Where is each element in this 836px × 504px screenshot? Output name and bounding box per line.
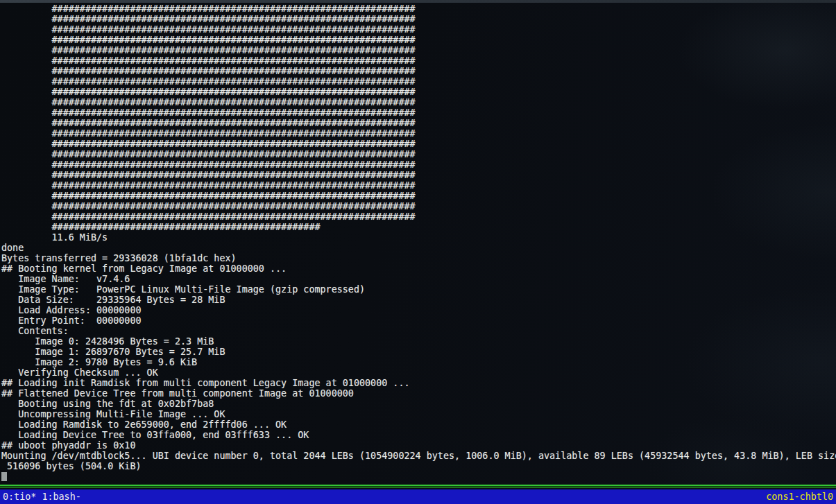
status-window-bash[interactable]: 1:bash- (42, 489, 80, 504)
pane-separator-line (0, 485, 836, 488)
status-hostname: cons1-chbtl0 (766, 489, 833, 504)
terminal[interactable]: ########################################… (0, 0, 836, 485)
console-screen: ########################################… (0, 0, 836, 504)
status-window-list: 0:tio* 1:bash- (3, 489, 81, 504)
terminal-output: ########################################… (1, 3, 836, 482)
terminal-cursor (1, 472, 7, 481)
status-bar: 0:tio* 1:bash- cons1-chbtl0 (0, 489, 836, 504)
status-window-tio[interactable]: 0:tio* (3, 489, 36, 504)
